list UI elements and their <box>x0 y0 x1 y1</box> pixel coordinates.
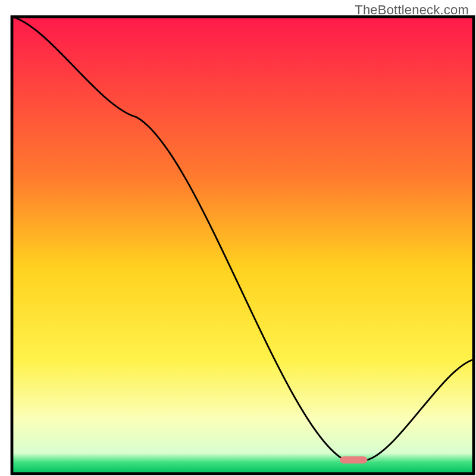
chart-stage: TheBottleneck.com <box>0 0 476 476</box>
watermark-text: TheBottleneck.com <box>355 2 469 18</box>
optimal-marker <box>340 456 368 464</box>
bottleneck-chart <box>0 0 476 476</box>
gradient-background <box>12 17 474 474</box>
